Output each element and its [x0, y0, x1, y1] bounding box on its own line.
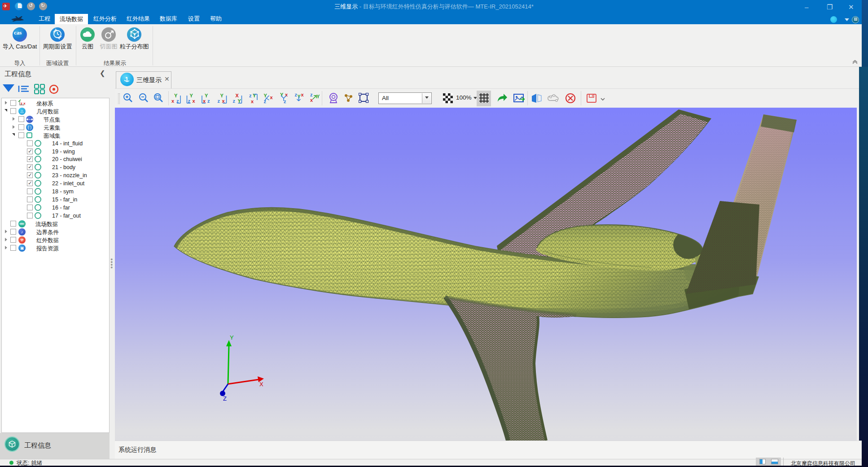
svg-text:Y: Y — [316, 94, 320, 99]
svg-text:z: z — [264, 99, 267, 104]
svg-text:x: x — [251, 99, 254, 104]
svg-text:X: X — [259, 381, 263, 388]
svg-text:x: x — [270, 95, 273, 100]
svg-text:x: x — [310, 97, 313, 103]
svg-text:z: z — [233, 98, 236, 104]
svg-text:z: z — [218, 98, 220, 104]
svg-text:z: z — [188, 98, 191, 104]
svg-text:Z: Z — [223, 395, 227, 402]
svg-text:Y: Y — [230, 334, 234, 341]
svg-text:z: z — [249, 93, 252, 98]
svg-text:Y: Y — [253, 93, 256, 98]
svg-text:z: z — [207, 98, 210, 104]
svg-text:x: x — [222, 98, 225, 104]
svg-text:z: z — [284, 99, 286, 104]
svg-text:x: x — [171, 98, 175, 104]
svg-text:x: x — [301, 92, 304, 97]
svg-text:x: x — [203, 98, 206, 104]
svg-text:Y: Y — [205, 93, 208, 98]
svg-text:z: z — [310, 92, 313, 97]
svg-text:Y: Y — [220, 93, 224, 98]
svg-text:X: X — [236, 93, 239, 98]
svg-text:z: z — [176, 98, 179, 104]
svg-text:Y: Y — [190, 93, 193, 98]
svg-text:Y: Y — [174, 93, 178, 98]
svg-text:Y: Y — [298, 94, 301, 99]
svg-text:z x: z x — [21, 101, 26, 105]
svg-text:x: x — [193, 98, 196, 104]
svg-text:Y: Y — [238, 98, 241, 104]
